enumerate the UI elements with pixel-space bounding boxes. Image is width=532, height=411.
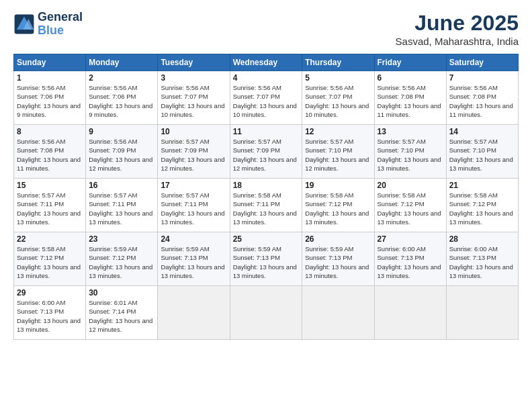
calendar-cell-day-5: 5 Sunrise: 5:56 AM Sunset: 7:07 PM Dayli… [302, 71, 374, 125]
calendar-cell-day-10: 10 Sunrise: 5:57 AM Sunset: 7:09 PM Dayl… [158, 125, 230, 179]
calendar-cell-day-15: 15 Sunrise: 5:57 AM Sunset: 7:11 PM Dayl… [14, 179, 86, 232]
calendar-cell-day-7: 7 Sunrise: 5:56 AM Sunset: 7:08 PM Dayli… [446, 71, 518, 125]
calendar-week-row: 29 Sunrise: 6:00 AM Sunset: 7:13 PM Dayl… [14, 286, 519, 340]
day-info: Sunrise: 5:57 AM Sunset: 7:11 PM Dayligh… [89, 191, 154, 226]
day-info: Sunrise: 5:56 AM Sunset: 7:07 PM Dayligh… [161, 83, 226, 119]
day-info: Sunrise: 5:59 AM Sunset: 7:13 PM Dayligh… [305, 244, 371, 280]
day-number: 1 [17, 73, 83, 83]
logo: GeneralBlue [13, 11, 83, 38]
day-number: 29 [17, 288, 83, 298]
day-number: 24 [161, 234, 226, 244]
day-info: Sunrise: 6:00 AM Sunset: 7:13 PM Dayligh… [378, 244, 443, 280]
day-info: Sunrise: 5:56 AM Sunset: 7:07 PM Dayligh… [233, 83, 300, 119]
calendar-cell-day-29: 29 Sunrise: 6:00 AM Sunset: 7:13 PM Dayl… [14, 286, 86, 340]
col-friday: Friday [374, 54, 446, 71]
day-number: 9 [89, 127, 154, 136]
calendar-cell-day-9: 9 Sunrise: 5:56 AM Sunset: 7:09 PM Dayli… [86, 125, 158, 179]
calendar-cell-day-11: 11 Sunrise: 5:57 AM Sunset: 7:09 PM Dayl… [230, 125, 302, 179]
calendar-cell-day-28: 28 Sunrise: 6:00 AM Sunset: 7:13 PM Dayl… [446, 232, 518, 286]
calendar-cell-empty [158, 286, 230, 340]
day-number: 15 [17, 181, 83, 190]
day-info: Sunrise: 5:58 AM Sunset: 7:12 PM Dayligh… [449, 191, 515, 226]
day-info: Sunrise: 5:59 AM Sunset: 7:13 PM Dayligh… [233, 244, 300, 280]
day-info: Sunrise: 5:56 AM Sunset: 7:09 PM Dayligh… [89, 137, 154, 173]
day-info: Sunrise: 5:57 AM Sunset: 7:09 PM Dayligh… [233, 137, 300, 173]
calendar-cell-day-18: 18 Sunrise: 5:58 AM Sunset: 7:11 PM Dayl… [230, 179, 302, 232]
day-number: 7 [449, 73, 515, 83]
calendar-cell-empty [374, 286, 446, 340]
calendar-cell-day-1: 1 Sunrise: 5:56 AM Sunset: 7:06 PM Dayli… [14, 71, 86, 125]
logo-icon [13, 13, 35, 35]
calendar-cell-day-23: 23 Sunrise: 5:59 AM Sunset: 7:12 PM Dayl… [86, 232, 158, 286]
day-number: 18 [233, 181, 300, 190]
calendar-header-row: Sunday Monday Tuesday Wednesday Thursday… [14, 54, 519, 71]
calendar-cell-empty [446, 286, 518, 340]
location-title: Sasvad, Maharashtra, India [396, 36, 519, 47]
day-number: 21 [449, 181, 515, 190]
day-number: 16 [89, 181, 154, 190]
calendar-cell-day-8: 8 Sunrise: 5:56 AM Sunset: 7:08 PM Dayli… [14, 125, 86, 179]
month-title: June 2025 [396, 11, 519, 36]
day-number: 28 [449, 234, 515, 244]
calendar-cell-day-22: 22 Sunrise: 5:58 AM Sunset: 7:12 PM Dayl… [14, 232, 86, 286]
calendar-cell-empty [302, 286, 374, 340]
day-number: 27 [378, 234, 443, 244]
calendar-week-row: 15 Sunrise: 5:57 AM Sunset: 7:11 PM Dayl… [14, 179, 519, 232]
title-block: June 2025 Sasvad, Maharashtra, India [396, 11, 519, 47]
day-number: 17 [161, 181, 226, 190]
calendar-cell-day-20: 20 Sunrise: 5:58 AM Sunset: 7:12 PM Dayl… [374, 179, 446, 232]
day-number: 2 [89, 73, 154, 83]
calendar-cell-day-26: 26 Sunrise: 5:59 AM Sunset: 7:13 PM Dayl… [302, 232, 374, 286]
calendar-cell-day-14: 14 Sunrise: 5:57 AM Sunset: 7:10 PM Dayl… [446, 125, 518, 179]
day-number: 26 [305, 234, 371, 244]
header: GeneralBlue June 2025 Sasvad, Maharashtr… [13, 11, 519, 47]
calendar-cell-day-25: 25 Sunrise: 5:59 AM Sunset: 7:13 PM Dayl… [230, 232, 302, 286]
day-info: Sunrise: 5:57 AM Sunset: 7:10 PM Dayligh… [378, 137, 443, 173]
day-number: 14 [449, 127, 515, 136]
calendar-cell-day-27: 27 Sunrise: 6:00 AM Sunset: 7:13 PM Dayl… [374, 232, 446, 286]
col-sunday: Sunday [14, 54, 86, 71]
day-info: Sunrise: 5:57 AM Sunset: 7:09 PM Dayligh… [161, 137, 226, 173]
day-number: 5 [305, 73, 371, 83]
day-number: 3 [161, 73, 226, 83]
calendar-cell-day-19: 19 Sunrise: 5:58 AM Sunset: 7:12 PM Dayl… [302, 179, 374, 232]
day-info: Sunrise: 5:58 AM Sunset: 7:11 PM Dayligh… [233, 191, 300, 226]
calendar-cell-day-17: 17 Sunrise: 5:57 AM Sunset: 7:11 PM Dayl… [158, 179, 230, 232]
col-wednesday: Wednesday [230, 54, 302, 71]
calendar-cell-day-13: 13 Sunrise: 5:57 AM Sunset: 7:10 PM Dayl… [374, 125, 446, 179]
col-saturday: Saturday [446, 54, 518, 71]
day-number: 8 [17, 127, 83, 136]
day-number: 19 [305, 181, 371, 190]
col-tuesday: Tuesday [158, 54, 230, 71]
day-info: Sunrise: 5:57 AM Sunset: 7:10 PM Dayligh… [449, 137, 515, 173]
day-info: Sunrise: 5:58 AM Sunset: 7:12 PM Dayligh… [305, 191, 371, 226]
calendar-cell-day-2: 2 Sunrise: 5:56 AM Sunset: 7:06 PM Dayli… [86, 71, 158, 125]
day-info: Sunrise: 5:57 AM Sunset: 7:11 PM Dayligh… [17, 191, 83, 226]
day-info: Sunrise: 5:57 AM Sunset: 7:11 PM Dayligh… [161, 191, 226, 226]
day-info: Sunrise: 5:57 AM Sunset: 7:10 PM Dayligh… [305, 137, 371, 173]
day-number: 22 [17, 234, 83, 244]
day-number: 20 [378, 181, 443, 190]
day-number: 12 [305, 127, 371, 136]
day-number: 13 [378, 127, 443, 136]
col-monday: Monday [86, 54, 158, 71]
day-info: Sunrise: 5:56 AM Sunset: 7:08 PM Dayligh… [17, 137, 83, 173]
day-info: Sunrise: 5:59 AM Sunset: 7:12 PM Dayligh… [89, 244, 154, 280]
calendar-cell-day-3: 3 Sunrise: 5:56 AM Sunset: 7:07 PM Dayli… [158, 71, 230, 125]
day-number: 11 [233, 127, 300, 136]
day-info: Sunrise: 5:56 AM Sunset: 7:08 PM Dayligh… [449, 83, 515, 119]
calendar-cell-empty [230, 286, 302, 340]
page: GeneralBlue June 2025 Sasvad, Maharashtr… [0, 0, 532, 411]
day-info: Sunrise: 5:56 AM Sunset: 7:06 PM Dayligh… [89, 83, 154, 119]
day-info: Sunrise: 5:56 AM Sunset: 7:08 PM Dayligh… [378, 83, 443, 119]
day-number: 23 [89, 234, 154, 244]
calendar: Sunday Monday Tuesday Wednesday Thursday… [13, 54, 519, 340]
day-info: Sunrise: 5:56 AM Sunset: 7:07 PM Dayligh… [305, 83, 371, 119]
calendar-cell-day-12: 12 Sunrise: 5:57 AM Sunset: 7:10 PM Dayl… [302, 125, 374, 179]
day-number: 6 [378, 73, 443, 83]
day-info: Sunrise: 5:59 AM Sunset: 7:13 PM Dayligh… [161, 244, 226, 280]
day-number: 4 [233, 73, 300, 83]
calendar-cell-day-6: 6 Sunrise: 5:56 AM Sunset: 7:08 PM Dayli… [374, 71, 446, 125]
day-number: 25 [233, 234, 300, 244]
logo-text: GeneralBlue [38, 11, 83, 38]
